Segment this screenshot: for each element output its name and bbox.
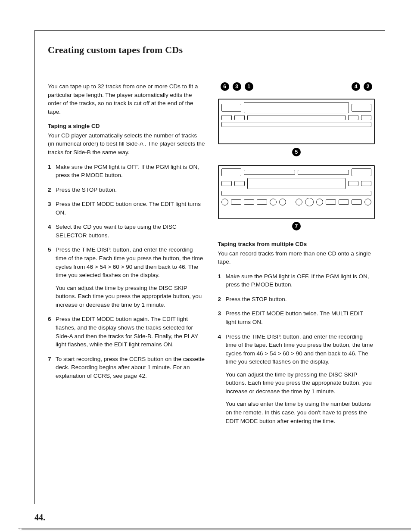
- footer-rule: [22, 529, 411, 529]
- step: 2 Press the STOP button.: [218, 295, 375, 304]
- step-number: 1: [218, 272, 226, 289]
- step: 4 Press the TIME DISP. button, and enter…: [218, 333, 375, 426]
- step-text: Select the CD you want to tape using the…: [56, 223, 205, 240]
- intro-paragraph: You can tape up to 32 tracks from one or…: [48, 82, 205, 116]
- step-text: Press the STOP button.: [56, 186, 205, 194]
- step-subtext: You can adjust the time by pressing the …: [226, 370, 375, 396]
- cd-unit-illustration: [218, 99, 375, 144]
- step-number: 3: [48, 200, 56, 217]
- step-text: Press the TIME DISP. button, and enter t…: [226, 333, 373, 365]
- callout-1: 1: [245, 82, 253, 91]
- step-text: Press the EDIT MODE button again. The ED…: [56, 315, 205, 348]
- right-column: 6 3 1 4 2: [218, 82, 375, 431]
- callout-7: 7: [292, 222, 301, 230]
- step: 6 Press the EDIT MODE button again. The …: [48, 315, 205, 348]
- step-number: 4: [218, 333, 226, 426]
- page-number: 44.: [34, 513, 45, 523]
- step: 2 Press the STOP button.: [48, 186, 205, 194]
- step-text: Press the STOP button.: [226, 295, 375, 304]
- step: 4 Select the CD you want to tape using t…: [48, 223, 205, 240]
- step-text: Make sure the PGM light is OFF. If the P…: [226, 272, 375, 289]
- step-text: Make sure the PGM light is OFF. If the P…: [56, 163, 205, 180]
- section-b-lede: You can record tracks from more than one…: [218, 249, 375, 266]
- step: 7 To start recording, press the CCRS but…: [48, 355, 205, 380]
- callout-5: 5: [292, 148, 301, 156]
- step-number: 1: [48, 163, 56, 180]
- section-a-heading: Taping a single CD: [48, 122, 205, 131]
- step-text: Press the EDIT MODE button once. The EDI…: [56, 200, 205, 217]
- section-b-heading: Taping tracks from multiple CDs: [218, 240, 375, 249]
- section-a-steps: 1 Make sure the PGM light is OFF. If the…: [48, 163, 205, 380]
- step-number: 5: [48, 246, 56, 309]
- step: 1 Make sure the PGM light is OFF. If the…: [218, 272, 375, 289]
- step-text: Press the TIME DISP. button, and enter t…: [56, 246, 203, 278]
- step-number: 3: [218, 309, 226, 326]
- section-a-lede: Your CD player automatically selects the…: [48, 131, 205, 157]
- left-column: You can tape up to 32 tracks from one or…: [48, 82, 205, 431]
- cd-player-diagram: 6 3 1 4 2: [218, 82, 375, 230]
- callout-4: 4: [352, 82, 360, 91]
- callout-3: 3: [233, 82, 241, 91]
- section-b-steps: 1 Make sure the PGM light is OFF. If the…: [218, 272, 375, 425]
- step: 3 Press the EDIT MODE button once. The E…: [48, 200, 205, 217]
- step-subtext: You can adjust the time by pressing the …: [56, 284, 205, 309]
- callout-6: 6: [221, 82, 229, 91]
- step-number: 7: [48, 355, 56, 380]
- step-number: 2: [218, 295, 226, 304]
- step-text: Press the EDIT MODE button twice. The MU…: [226, 309, 375, 326]
- step: 1 Make sure the PGM light is OFF. If the…: [48, 163, 205, 180]
- callout-2: 2: [364, 82, 372, 91]
- step-number: 2: [48, 186, 56, 194]
- step-text: To start recording, press the CCRS butto…: [56, 355, 205, 380]
- footer-rule-thin: [20, 531, 411, 531]
- cassette-deck-illustration: [218, 165, 375, 219]
- step: 5 Press the TIME DISP. button, and enter…: [48, 246, 205, 309]
- arrow-left-icon: ←: [17, 525, 23, 532]
- step-number: 6: [48, 315, 56, 348]
- step-subtext-2: You can also enter the time by using the…: [226, 400, 375, 425]
- step: 3 Press the EDIT MODE button twice. The …: [218, 309, 375, 326]
- page-title: Creating custom tapes from CDs: [48, 44, 375, 56]
- step-number: 4: [48, 223, 56, 240]
